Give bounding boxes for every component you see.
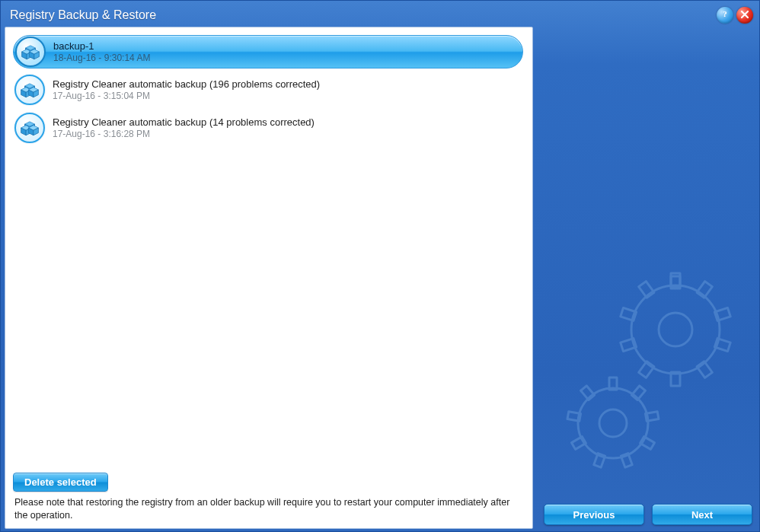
svg-rect-36 (639, 362, 654, 378)
nav-buttons: Previous Next (544, 504, 752, 525)
title-controls: ? (717, 7, 753, 24)
content-panel: backup-118-Aug-16 - 9:30:14 AM Registry … (5, 27, 533, 529)
backup-item-texts: Registry Cleaner automatic backup (14 pr… (53, 116, 315, 139)
svg-point-41 (578, 388, 648, 458)
svg-point-28 (659, 313, 692, 346)
backup-item-timestamp: 18-Aug-16 - 9:30:14 AM (53, 53, 150, 63)
delete-selected-button[interactable]: Delete selected (13, 473, 108, 492)
backup-item-title: Registry Cleaner automatic backup (14 pr… (53, 116, 315, 129)
svg-rect-31 (697, 282, 712, 298)
next-button[interactable]: Next (652, 504, 752, 525)
backup-item-texts: backup-118-Aug-16 - 9:30:14 AM (53, 40, 150, 63)
backup-item-texts: Registry Cleaner automatic backup (196 p… (53, 78, 320, 101)
svg-rect-42 (609, 377, 617, 390)
titlebar: Registry Backup & Restore ? (1, 1, 759, 25)
svg-rect-43 (631, 386, 645, 400)
backup-item[interactable]: Registry Cleaner automatic backup (14 pr… (13, 111, 523, 145)
backup-item[interactable]: Registry Cleaner automatic backup (196 p… (13, 73, 523, 107)
backup-list: backup-118-Aug-16 - 9:30:14 AM Registry … (11, 33, 526, 471)
svg-rect-34 (697, 362, 712, 378)
backup-item-title: backup-1 (53, 40, 150, 53)
help-button[interactable]: ? (717, 7, 733, 24)
backup-item[interactable]: backup-118-Aug-16 - 9:30:14 AM (13, 35, 523, 68)
svg-rect-50 (581, 386, 595, 400)
backup-item-timestamp: 17-Aug-16 - 3:15:04 PM (53, 91, 320, 101)
panel-footer: Delete selected Please note that restori… (11, 471, 526, 524)
svg-rect-49 (567, 412, 580, 422)
boxes-icon (14, 113, 45, 143)
previous-button[interactable]: Previous (544, 504, 644, 525)
svg-rect-33 (714, 339, 730, 352)
close-button[interactable] (736, 7, 753, 24)
boxes-icon (14, 75, 45, 105)
svg-rect-48 (572, 437, 586, 450)
svg-point-29 (631, 285, 720, 374)
svg-text:?: ? (723, 9, 727, 18)
backup-item-timestamp: 17-Aug-16 - 3:16:28 PM (53, 129, 315, 139)
app-window: Registry Backup & Restore ? backup-118-A… (0, 0, 760, 532)
svg-rect-35 (671, 372, 680, 386)
svg-rect-39 (639, 282, 654, 298)
svg-rect-44 (645, 412, 658, 422)
svg-point-40 (599, 409, 627, 437)
restore-note: Please note that restoring the registry … (11, 496, 526, 524)
svg-rect-38 (621, 307, 637, 320)
svg-rect-46 (621, 454, 632, 467)
window-title: Registry Backup & Restore (10, 8, 156, 22)
help-icon: ? (720, 8, 730, 22)
svg-rect-37 (621, 339, 637, 352)
svg-rect-30 (671, 273, 680, 287)
backup-item-title: Registry Cleaner automatic backup (196 p… (53, 78, 320, 91)
close-icon (740, 8, 749, 22)
gear-decoration (546, 257, 752, 486)
svg-rect-45 (640, 437, 655, 450)
svg-rect-32 (714, 307, 730, 320)
svg-rect-47 (594, 454, 605, 467)
boxes-icon (15, 37, 46, 67)
